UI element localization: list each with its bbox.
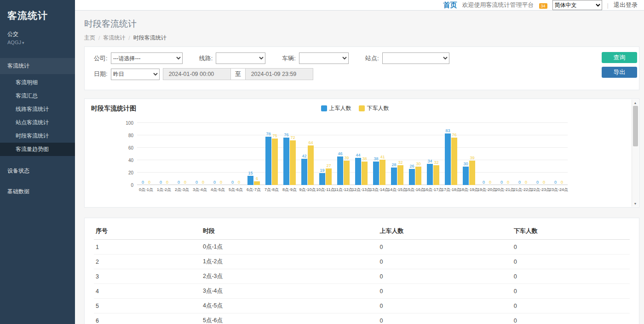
legend-swatch	[321, 105, 327, 111]
table-cell: 4	[94, 284, 201, 299]
date-end-input[interactable]	[245, 68, 313, 80]
sidebar-section[interactable]: 基础数据	[0, 183, 75, 200]
table-cell: 0	[512, 269, 630, 284]
sidebar-item[interactable]: 站点客流统计	[0, 116, 75, 129]
sidebar-item[interactable]: 时段客流统计	[0, 129, 75, 143]
table-cell: 0	[378, 240, 512, 255]
logout-link[interactable]: 退出登录	[614, 1, 638, 9]
x-axis-label: 6点-7点	[247, 187, 261, 193]
bar-group: 463911点-12点	[334, 123, 352, 185]
home-link[interactable]: 首页	[443, 1, 457, 10]
breadcrumb-home[interactable]: 主页	[84, 34, 95, 42]
table-cell: 0	[512, 299, 630, 313]
org-code-dropdown[interactable]: AQGJ▾	[0, 38, 75, 51]
sidebar-item[interactable]: 客流汇总	[0, 89, 75, 103]
bar	[355, 158, 361, 185]
notification-badge[interactable]: 34	[539, 3, 547, 9]
bar	[290, 140, 296, 185]
breadcrumb-passenger-stats[interactable]: 客流统计	[103, 34, 125, 42]
data-table: 序号时段上车人数下车人数 10点-1点0021点-2点0032点-3点0043点…	[94, 223, 630, 324]
chart-scrollbar[interactable]: ▲ ▼	[632, 99, 638, 207]
bar-value-label: 27	[326, 163, 331, 168]
table-header-cell: 上车人数	[378, 223, 512, 240]
sidebar-item[interactable]: 线路客流统计	[0, 103, 75, 116]
line-select[interactable]	[216, 52, 265, 64]
export-button[interactable]: 导出	[602, 67, 637, 78]
bar	[272, 139, 278, 185]
bar-value-label: 76	[284, 133, 288, 137]
bar-group: 0021点-22点	[514, 123, 532, 185]
page-head: 时段客流统计 主页 / 客流统计 / 时段客流统计	[75, 11, 644, 46]
bar-value-label: 75	[272, 133, 277, 138]
bar-column: 0	[559, 180, 565, 185]
bar-column: 19	[319, 168, 325, 185]
legend-item[interactable]: 上车人数	[321, 104, 351, 112]
bar-value-label: 0	[220, 180, 222, 185]
scrollbar-track[interactable]	[632, 106, 638, 200]
table-cell: 1点-2点	[201, 255, 378, 269]
bar-column: 0	[523, 180, 529, 185]
table-header-cell: 序号	[94, 223, 201, 240]
bar-column: 41	[380, 155, 385, 185]
bar-group: 003点-4点	[191, 123, 209, 185]
filter-row-1: 公司: ---请选择--- 线路: 车辆: 站点:	[94, 52, 593, 64]
sidebar-submenu: 客流明细客流汇总线路客流统计站点客流统计时段客流统计客流量趋势图	[0, 74, 75, 159]
table-row: 10点-1点00	[94, 240, 630, 255]
bar-group: 283214点-15点	[388, 123, 406, 185]
bar-value-label: 39	[470, 156, 474, 160]
query-button[interactable]: 查询	[602, 52, 637, 63]
breadcrumb: 主页 / 客流统计 / 时段客流统计	[84, 34, 635, 42]
x-axis-label: 13点-14点	[370, 187, 389, 193]
table-cell: 0	[378, 255, 512, 269]
bar	[373, 162, 379, 185]
table-cell: 0	[378, 299, 512, 313]
org-code-label: AQGJ	[7, 40, 21, 45]
scroll-down-icon[interactable]: ▼	[632, 200, 639, 207]
language-select[interactable]: 简体中文	[552, 0, 602, 10]
bar-column: 0	[164, 180, 170, 185]
table-header-cell: 下车人数	[512, 223, 630, 240]
bar-group: 384113点-14点	[370, 123, 388, 185]
bar-value-label: 0	[196, 180, 198, 185]
bar-value-label: 0	[507, 180, 509, 185]
line-label: 线路:	[199, 54, 213, 63]
x-axis-label: 21点-22点	[513, 187, 532, 193]
bar-group: 002点-3点	[173, 123, 191, 185]
vehicle-filter: 车辆:	[282, 52, 349, 64]
bar-column: 39	[344, 156, 350, 185]
table-panel: 序号时段上车人数下车人数 10点-1点0021点-2点0032点-3点0043点…	[84, 218, 639, 324]
vehicle-select[interactable]	[299, 52, 349, 64]
date-start-input[interactable]	[163, 68, 231, 80]
bar-group: 76728点-9点	[281, 123, 299, 185]
bar-column: 30	[415, 162, 421, 185]
bar-value-label: 0	[489, 180, 491, 185]
bar-column: 0	[212, 180, 218, 185]
bar-column: 72	[290, 135, 296, 185]
sidebar-section[interactable]: 设备状态	[0, 162, 75, 179]
bar-value-label: 30	[463, 162, 468, 166]
company-select[interactable]: ---请选择---	[111, 52, 183, 64]
breadcrumb-separator: /	[98, 35, 100, 41]
legend-item[interactable]: 下车人数	[359, 104, 389, 112]
scroll-up-icon[interactable]: ▲	[632, 99, 639, 106]
bar-value-label: 0	[202, 180, 204, 185]
table-row: 54点-5点00	[94, 299, 630, 313]
bar-value-label: 39	[344, 156, 349, 160]
date-preset-select[interactable]: 昨日	[111, 69, 160, 80]
x-axis-label: 22点-23点	[531, 187, 550, 193]
bar-value-label: 0	[518, 180, 521, 185]
bar-group: 0023点-24点	[550, 123, 568, 185]
bar-value-label: 0	[543, 180, 545, 185]
bar	[397, 165, 403, 185]
table-row: 43点-4点00	[94, 284, 630, 299]
bar-value-label: 19	[320, 168, 324, 173]
sidebar-group-passenger-stats[interactable]: 客流统计	[0, 58, 75, 74]
legend-swatch	[359, 105, 365, 111]
sidebar-item[interactable]: 客流量趋势图	[0, 143, 75, 156]
station-select[interactable]	[382, 52, 449, 64]
scrollbar-thumb[interactable]	[633, 106, 638, 146]
x-axis-label: 2点-3点	[175, 187, 189, 193]
main-area: 首页 欢迎使用客流统计管理平台 34 简体中文 | 退出登录 时段客流统计 主页…	[75, 0, 644, 324]
sidebar-item[interactable]: 客流明细	[0, 76, 75, 89]
bar-value-label: 44	[356, 153, 360, 157]
